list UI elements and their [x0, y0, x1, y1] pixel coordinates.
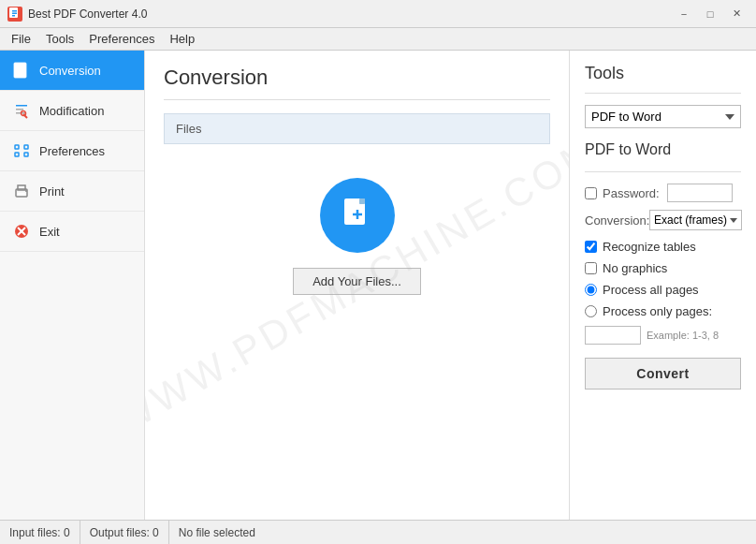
pages-input-row: Example: 1-3, 8	[585, 326, 741, 345]
title-divider	[164, 99, 550, 100]
process-all-label: Process all pages	[603, 283, 699, 297]
sidebar-item-conversion[interactable]: Conversion	[0, 51, 144, 91]
tools-divider	[585, 93, 741, 94]
process-only-row: Process only pages:	[585, 304, 741, 318]
sidebar-print-label: Print	[39, 184, 65, 198]
svg-rect-3	[12, 15, 15, 17]
sidebar-item-print[interactable]: Print	[0, 171, 144, 212]
tool-dropdown[interactable]: PDF to Word	[585, 105, 741, 128]
maximize-button[interactable]: □	[698, 5, 722, 23]
password-label: Password:	[603, 186, 663, 200]
conversion-dropdown[interactable]: Exact (frames)	[649, 210, 742, 230]
tool-subtitle: PDF to Word	[585, 141, 741, 158]
no-graphics-label: No graphics	[603, 261, 667, 275]
svg-rect-6	[15, 145, 19, 149]
process-only-radio[interactable]	[585, 305, 597, 317]
close-button[interactable]: ✕	[724, 5, 749, 23]
conversion-icon	[11, 60, 32, 81]
modification-icon	[11, 100, 32, 121]
menu-preferences[interactable]: Preferences	[81, 30, 162, 48]
exit-icon	[11, 221, 32, 242]
convert-button[interactable]: Convert	[585, 358, 741, 390]
print-icon	[11, 181, 32, 201]
svg-rect-9	[24, 153, 28, 156]
no-graphics-checkbox[interactable]	[585, 262, 597, 274]
sidebar-item-preferences[interactable]: Preferences	[0, 131, 144, 171]
conversion-label: Conversion:	[585, 213, 646, 228]
input-files-status: Input files: 0	[0, 521, 80, 544]
output-files-status: Output files: 0	[80, 521, 169, 544]
password-row: Password:	[585, 184, 741, 202]
svg-rect-2	[12, 12, 17, 14]
conversion-row: Conversion: Exact (frames)	[585, 210, 741, 230]
process-all-radio[interactable]	[585, 284, 597, 296]
right-panel: Tools PDF to Word PDF to Word Password: …	[569, 51, 756, 520]
app-title: Best PDF Converter 4.0	[28, 7, 672, 21]
svg-rect-11	[18, 185, 25, 190]
sidebar-modification-label: Modification	[39, 104, 104, 118]
sidebar-conversion-label: Conversion	[39, 64, 101, 78]
subtitle-divider	[585, 171, 741, 172]
recognize-tables-checkbox[interactable]	[585, 241, 597, 253]
password-input[interactable]	[667, 184, 733, 202]
recognize-tables-row: Recognize tables	[585, 240, 741, 254]
add-files-button[interactable]: Add Your Files...	[293, 268, 421, 295]
svg-rect-7	[15, 153, 19, 156]
window-controls: − □ ✕	[672, 5, 749, 23]
sidebar: Conversion Modification	[0, 51, 145, 520]
svg-rect-4	[14, 63, 26, 78]
minimize-button[interactable]: −	[672, 5, 696, 23]
files-label: Files	[176, 122, 201, 136]
svg-rect-18	[359, 198, 365, 204]
menu-file[interactable]: File	[4, 30, 38, 48]
menu-tools[interactable]: Tools	[38, 30, 81, 48]
sidebar-item-modification[interactable]: Modification	[0, 91, 144, 131]
content-area: WWW.PDFMACHINE.COM Conversion Files Add …	[145, 51, 569, 520]
process-all-row: Process all pages	[585, 283, 741, 297]
preferences-icon	[11, 140, 32, 161]
page-title: Conversion	[164, 66, 550, 90]
statusbar: Input files: 0 Output files: 0 No file s…	[0, 520, 756, 544]
recognize-tables-label: Recognize tables	[603, 240, 696, 254]
app-icon	[7, 7, 22, 22]
sidebar-exit-label: Exit	[39, 225, 60, 239]
sidebar-item-exit[interactable]: Exit	[0, 212, 144, 252]
drop-area: Add Your Files...	[164, 159, 550, 314]
add-file-icon	[337, 195, 378, 236]
svg-point-13	[25, 190, 27, 192]
process-only-label: Process only pages:	[603, 304, 712, 318]
menubar: File Tools Preferences Help	[0, 28, 756, 51]
file-icon-container	[320, 178, 395, 253]
pages-example: Example: 1-3, 8	[647, 330, 719, 341]
svg-rect-12	[18, 193, 25, 196]
sidebar-preferences-label: Preferences	[39, 144, 105, 158]
svg-rect-8	[24, 145, 28, 149]
files-section: Files	[164, 113, 550, 144]
titlebar: Best PDF Converter 4.0 − □ ✕	[0, 0, 756, 28]
svg-rect-1	[12, 10, 17, 12]
menu-help[interactable]: Help	[162, 30, 202, 48]
pages-input[interactable]	[585, 326, 641, 345]
file-selected-status: No file selected	[169, 521, 265, 544]
main-container: Conversion Modification	[0, 51, 756, 520]
password-checkbox[interactable]	[585, 187, 597, 199]
no-graphics-row: No graphics	[585, 261, 741, 275]
tools-title: Tools	[585, 64, 741, 83]
